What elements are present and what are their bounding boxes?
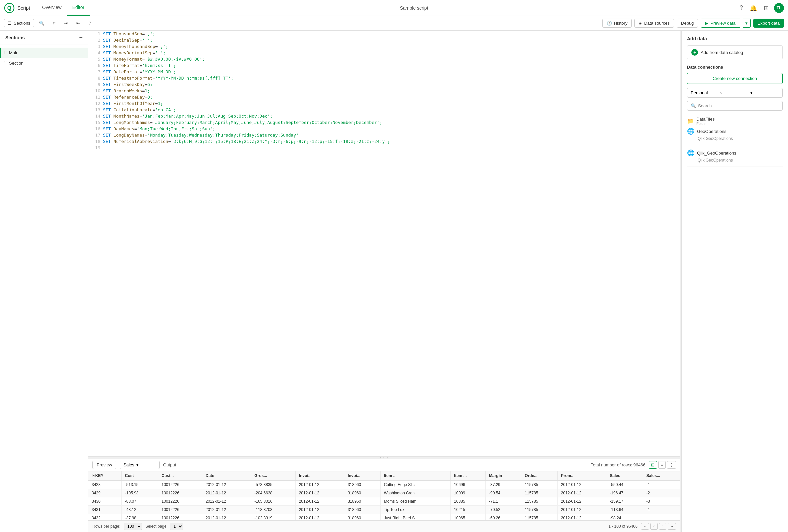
table-cell: -43.12 bbox=[121, 506, 158, 514]
first-page-button[interactable]: « bbox=[641, 523, 649, 530]
table-cell: 10696 bbox=[451, 480, 486, 489]
table-header-cell[interactable]: Date bbox=[202, 471, 251, 480]
table-header-cell[interactable]: Cust... bbox=[158, 471, 202, 480]
line-number: 8 bbox=[88, 75, 102, 81]
sales-dropdown[interactable]: Sales ▾ bbox=[120, 461, 160, 469]
last-page-button[interactable]: » bbox=[668, 523, 676, 530]
code-editor[interactable]: 1SET ThousandSep=',';2SET DecimalSep='.'… bbox=[88, 30, 680, 457]
code-line: 10SET BrokenWeeks=1; bbox=[88, 88, 680, 94]
table-header-cell[interactable]: Sales bbox=[606, 471, 643, 480]
avatar[interactable]: TL bbox=[774, 3, 784, 13]
sidebar-item-label: Section bbox=[9, 61, 84, 66]
help-button[interactable]: ? bbox=[85, 19, 95, 27]
list-view-button[interactable]: ≡ bbox=[658, 461, 666, 469]
connection-sub: Qlik GeoOperations bbox=[698, 158, 783, 163]
dropdown-clear-icon[interactable]: × bbox=[719, 90, 748, 95]
table-header-cell[interactable]: Orde... bbox=[521, 471, 558, 480]
line-number: 13 bbox=[88, 107, 102, 113]
table-header-cell[interactable]: Invoi... bbox=[344, 471, 381, 480]
line-content: SET LongMonthNames='January;February;Mar… bbox=[102, 119, 680, 126]
code-line: 14SET MonthNames='Jan;Feb;Mar;Apr;May;Ju… bbox=[88, 113, 680, 119]
preview-data-arrow[interactable]: ▾ bbox=[743, 19, 751, 28]
drag-handle-icon: ⠿ bbox=[4, 50, 7, 55]
line-content: SET FirstWeekDay=6; bbox=[102, 81, 680, 88]
pagination: Rows per page: 100 50 25 Select page 1 1… bbox=[88, 520, 680, 532]
datafiles-folder[interactable]: 📁 DataFiles Folder bbox=[687, 115, 783, 128]
nav-links: Overview Editor bbox=[37, 0, 90, 16]
sections-icon: ☰ bbox=[8, 21, 12, 26]
sidebar-item-section[interactable]: ⠿ Section 🗑 bbox=[0, 58, 88, 68]
line-number: 11 bbox=[88, 94, 102, 100]
column-view-button[interactable]: ⋮ bbox=[667, 461, 676, 469]
code-line: 17SET LongDayNames='Monday;Tuesday;Wedne… bbox=[88, 132, 680, 138]
search-input[interactable] bbox=[698, 103, 779, 108]
connection-item[interactable]: 🌐 Qlik_GeoOperations Qlik GeoOperations bbox=[687, 149, 783, 167]
add-from-catalog-button[interactable]: + Add from data catalog bbox=[687, 45, 783, 59]
table-cell: Tip Top Lox bbox=[380, 506, 450, 514]
add-section-button[interactable]: + bbox=[79, 35, 83, 41]
help-icon[interactable]: ? bbox=[738, 3, 744, 13]
table-cell: 2012-01-12 bbox=[557, 480, 606, 489]
sidebar-item-main[interactable]: ⠿ Main 🗑 bbox=[0, 48, 88, 58]
right-panel: Add data + Add from data catalog Data co… bbox=[681, 30, 788, 532]
pagination-info: 1 - 100 of 96466 bbox=[608, 524, 637, 529]
connection-item[interactable]: 🌐 GeoOperations Qlik GeoOperations bbox=[687, 128, 783, 145]
debug-button[interactable]: Debug bbox=[677, 19, 698, 28]
debug-label: Debug bbox=[681, 21, 694, 26]
table-header-cell[interactable]: Margin bbox=[486, 471, 521, 480]
nav-center: Sample script bbox=[90, 5, 738, 11]
data-sources-button[interactable]: ◈ Data sources bbox=[634, 19, 674, 28]
page-select[interactable]: 1 bbox=[170, 523, 183, 530]
code-line: 18SET NumericalAbbreviation='3:k;6:M;9:G… bbox=[88, 138, 680, 145]
table-cell: -550.44 bbox=[606, 480, 643, 489]
grid-icon[interactable]: ⊞ bbox=[762, 3, 770, 13]
line-number: 6 bbox=[88, 62, 102, 69]
data-table-wrapper[interactable]: %KEYCostCust...DateGros...Invoi...Invoi.… bbox=[88, 471, 680, 520]
table-header-cell[interactable]: Item ... bbox=[451, 471, 486, 480]
table-cell: 10012226 bbox=[158, 489, 202, 497]
outdent-button[interactable]: ⇤ bbox=[73, 19, 84, 27]
create-connection-button[interactable]: Create new connection bbox=[687, 73, 783, 84]
table-header-cell[interactable]: %KEY bbox=[88, 471, 121, 480]
table-cell: 115785 bbox=[521, 489, 558, 497]
line-number: 18 bbox=[88, 138, 102, 145]
table-header-cell[interactable]: Sales... bbox=[643, 471, 680, 480]
table-header-cell[interactable]: Invoi... bbox=[295, 471, 344, 480]
grid-view-button[interactable]: ⊞ bbox=[649, 461, 657, 469]
table-cell: -1 bbox=[643, 506, 680, 514]
table-cell: 318960 bbox=[344, 506, 381, 514]
preview-data-button[interactable]: ▶ Preview data bbox=[701, 19, 740, 28]
table-header-cell[interactable]: Gros... bbox=[251, 471, 295, 480]
indent-button[interactable]: ⇥ bbox=[60, 19, 71, 27]
sales-dropdown-label: Sales bbox=[123, 463, 134, 467]
add-catalog-icon: + bbox=[691, 49, 698, 56]
history-icon: 🕐 bbox=[607, 21, 612, 26]
export-data-label: Export data bbox=[758, 21, 780, 26]
history-button[interactable]: 🕐 History bbox=[602, 19, 632, 28]
prev-page-button[interactable]: ‹ bbox=[650, 523, 658, 530]
table-cell: -37.98 bbox=[121, 514, 158, 521]
table-header-cell[interactable]: Item ... bbox=[380, 471, 450, 480]
line-content: SET DayNames='Mon;Tue;Wed;Thu;Fri;Sat;Su… bbox=[102, 126, 680, 132]
sections-toggle-button[interactable]: ☰ Sections bbox=[4, 19, 34, 27]
next-page-button[interactable]: › bbox=[659, 523, 666, 530]
table-cell: 3431 bbox=[88, 506, 121, 514]
toolbar-right: 🕐 History ◈ Data sources Debug ▶ Preview… bbox=[602, 19, 784, 28]
rows-per-page-select[interactable]: 100 50 25 bbox=[124, 523, 142, 530]
comment-button[interactable]: ⌗ bbox=[49, 19, 59, 28]
line-content: SET DecimalSep='.'; bbox=[102, 37, 680, 43]
personal-dropdown[interactable]: Personal × ▾ bbox=[687, 88, 783, 98]
bell-icon[interactable]: 🔔 bbox=[748, 3, 759, 13]
table-cell: 10965 bbox=[451, 514, 486, 521]
total-rows: Total number of rows: 96466 bbox=[591, 463, 645, 467]
nav-editor[interactable]: Editor bbox=[67, 0, 90, 16]
table-header-cell[interactable]: Prom... bbox=[557, 471, 606, 480]
table-header-cell[interactable]: Cost bbox=[121, 471, 158, 480]
search-button[interactable]: 🔍 bbox=[35, 19, 48, 27]
preview-tab-button[interactable]: Preview bbox=[92, 461, 116, 469]
export-data-button[interactable]: Export data bbox=[753, 19, 784, 28]
table-row: 3431-43.12100122262012-01-12-118.3703201… bbox=[88, 506, 680, 514]
sidebar-item-label: Main bbox=[9, 50, 84, 55]
rows-per-page-label: Rows per page: bbox=[92, 524, 120, 529]
nav-overview[interactable]: Overview bbox=[37, 0, 67, 16]
